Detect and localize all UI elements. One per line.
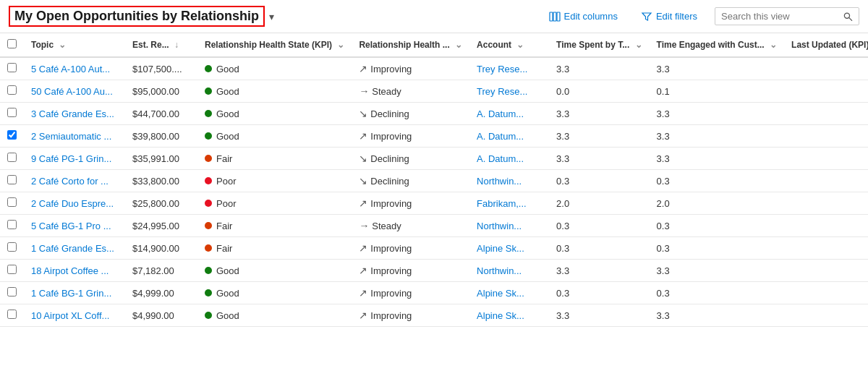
topic-link[interactable]: 3 Café Grande Es... <box>31 108 114 119</box>
select-all-checkbox[interactable] <box>7 39 17 48</box>
time-spent-cell: 3.3 <box>549 103 649 125</box>
topic-link[interactable]: 18 Airpot Coffee ... <box>31 265 109 276</box>
account-link[interactable]: Northwin... <box>477 176 522 187</box>
time-engaged-cell: 3.3 <box>650 125 784 148</box>
topic-link[interactable]: 2 Café Duo Espre... <box>31 198 114 209</box>
time-engaged-cell: 3.3 <box>650 304 784 327</box>
col-header-topic[interactable]: Topic ⌄ <box>24 33 125 57</box>
account-link[interactable]: Northwin... <box>477 221 522 231</box>
trend-arrow-icon: ↗ <box>359 130 370 142</box>
health-trend-cell: ↘ Declining <box>352 148 469 170</box>
table-row: 9 Café PG-1 Grin...$35,991.00Fair↘ Decli… <box>0 148 868 170</box>
health-state-cell: Good <box>197 103 352 125</box>
time-spent-cell: 0.3 <box>549 170 649 192</box>
time-spent-cell: 0.3 <box>549 282 649 304</box>
title-area: My Open Opportunities by Relationship ▾ <box>9 6 535 27</box>
edit-filters-button[interactable]: Edit filters <box>635 8 703 25</box>
topic-link[interactable]: 1 Café BG-1 Grin... <box>31 288 111 299</box>
table-body: 5 Café A-100 Aut...$107,500....Good↗ Imp… <box>0 57 868 327</box>
account-link[interactable]: A. Datum... <box>477 131 524 142</box>
topic-link[interactable]: 5 Café A-100 Aut... <box>31 64 110 74</box>
row-checkbox[interactable] <box>7 197 17 207</box>
health-trend-cell: ↗ Improving <box>352 192 469 215</box>
health-state-cell: Good <box>197 260 352 282</box>
row-checkbox[interactable] <box>7 265 17 274</box>
row-checkbox[interactable] <box>7 153 17 162</box>
col-header-account[interactable]: Account ⌄ <box>469 33 549 57</box>
edit-columns-button[interactable]: Edit columns <box>543 8 624 25</box>
row-checkbox[interactable] <box>7 63 17 72</box>
topic-link[interactable]: 9 Café PG-1 Grin... <box>31 153 111 164</box>
account-link[interactable]: A. Datum... <box>477 108 524 119</box>
time-engaged-cell: 0.3 <box>650 215 784 237</box>
account-link[interactable]: Northwin... <box>477 265 522 276</box>
account-link[interactable]: Alpine Sk... <box>477 310 524 321</box>
topic-link[interactable]: 2 Café Corto for ... <box>31 176 109 187</box>
row-checkbox[interactable] <box>7 242 17 252</box>
topic-link[interactable]: 2 Semiautomatic ... <box>31 131 111 142</box>
row-checkbox[interactable] <box>7 108 17 117</box>
account-link[interactable]: A. Datum... <box>477 153 524 164</box>
est-revenue-cell: $95,000.00 <box>125 80 197 103</box>
est-revenue-cell: $4,999.00 <box>125 282 197 304</box>
est-revenue-cell: $7,182.00 <box>125 260 197 282</box>
health-state-cell: Good <box>197 57 352 80</box>
col-header-last-updated[interactable]: Last Updated (KPI) ⌄ <box>784 33 868 57</box>
trend-arrow-icon: ↗ <box>359 242 370 254</box>
col-est-label: Est. Re... <box>132 40 169 50</box>
col-header-health[interactable]: Relationship Health ... ⌄ <box>352 33 469 57</box>
health-dot-icon <box>205 110 212 117</box>
time-spent-cell: 0.3 <box>549 237 649 260</box>
topic-link[interactable]: 1 Café Grande Es... <box>31 243 114 254</box>
topic-link[interactable]: 5 Café BG-1 Pro ... <box>31 221 111 231</box>
table-row: 1 Café BG-1 Grin...$4,999.00Good↗ Improv… <box>0 282 868 304</box>
account-link[interactable]: Trey Rese... <box>477 86 527 97</box>
health-sort-icon: ⌄ <box>455 40 462 50</box>
row-checkbox[interactable] <box>7 310 17 319</box>
account-link[interactable]: Alpine Sk... <box>477 243 524 254</box>
topic-link[interactable]: 10 Airpot XL Coff... <box>31 310 109 321</box>
last-updated-cell <box>784 125 868 148</box>
header-actions: Edit columns Edit filters <box>543 7 860 25</box>
health-dot-icon <box>205 244 212 252</box>
health-dot-icon <box>205 267 212 274</box>
col-header-time-spent[interactable]: Time Spent by T... ⌄ <box>549 33 649 57</box>
table-row: 2 Café Corto for ...$33,800.00Poor↘ Decl… <box>0 170 868 192</box>
row-checkbox[interactable] <box>7 85 17 95</box>
table-row: 5 Café BG-1 Pro ...$24,995.00Fair→ Stead… <box>0 215 868 237</box>
row-checkbox[interactable] <box>7 175 17 184</box>
health-dot-icon <box>205 312 212 319</box>
col-topic-label: Topic <box>31 40 54 50</box>
col-header-checkbox[interactable] <box>0 33 24 57</box>
filter-icon <box>641 11 652 22</box>
est-revenue-cell: $24,995.00 <box>125 215 197 237</box>
topic-link[interactable]: 50 Café A-100 Au... <box>31 86 113 97</box>
health-dot-icon <box>205 222 212 229</box>
account-link[interactable]: Alpine Sk... <box>477 288 524 299</box>
time-spent-cell: 2.0 <box>549 192 649 215</box>
table-row: 18 Airpot Coffee ...$7,182.00Good↗ Impro… <box>0 260 868 282</box>
time-spent-cell: 0.0 <box>549 80 649 103</box>
title-dropdown-chevron[interactable]: ▾ <box>269 11 274 22</box>
search-box[interactable] <box>715 7 859 25</box>
health-dot-icon <box>205 65 212 72</box>
col-header-time-engaged[interactable]: Time Engaged with Cust... ⌄ <box>650 33 784 57</box>
account-link[interactable]: Fabrikam,... <box>477 198 527 209</box>
trend-arrow-icon: ↗ <box>359 265 370 276</box>
row-checkbox[interactable] <box>7 287 17 296</box>
col-header-est-revenue[interactable]: Est. Re... ↓ <box>125 33 197 57</box>
health-dot-icon <box>205 289 212 296</box>
data-table-container: Topic ⌄ Est. Re... ↓ Relationship Health… <box>0 33 868 327</box>
time-engaged-sort-icon: ⌄ <box>770 40 777 50</box>
account-link[interactable]: Trey Rese... <box>477 64 527 74</box>
col-header-health-state[interactable]: Relationship Health State (KPI) ⌄ <box>197 33 352 57</box>
row-checkbox[interactable] <box>7 220 17 229</box>
health-state-cell: Good <box>197 125 352 148</box>
table-row: 10 Airpot XL Coff...$4,990.00Good↗ Impro… <box>0 304 868 327</box>
row-checkbox[interactable] <box>7 130 17 140</box>
search-input[interactable] <box>721 11 839 22</box>
last-updated-cell <box>784 237 868 260</box>
last-updated-cell <box>784 215 868 237</box>
est-revenue-cell: $44,700.00 <box>125 103 197 125</box>
est-revenue-cell: $35,991.00 <box>125 148 197 170</box>
